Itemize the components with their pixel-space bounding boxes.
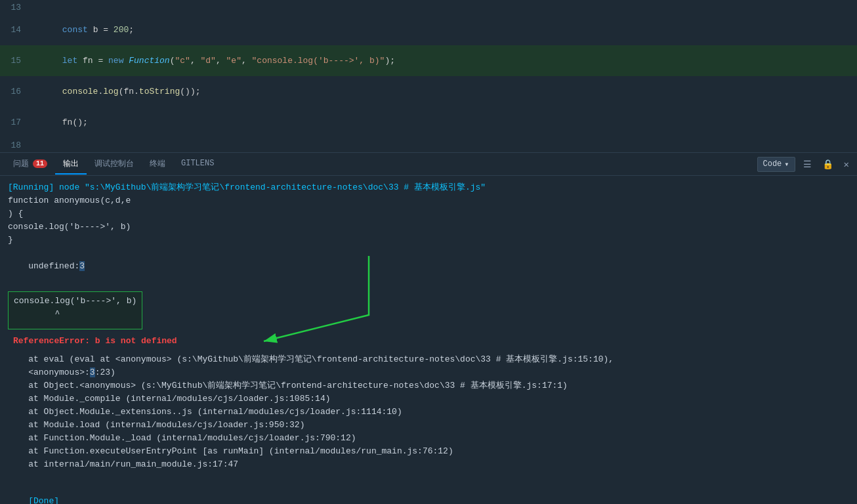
output-panel: [Running] node "s:\MyGithub\前端架构学习笔记\fro… <box>0 176 857 504</box>
keyword-let: let <box>62 56 83 66</box>
output-func-1: function anonymous(c,d,e <box>8 194 849 207</box>
dropdown-label: Code <box>763 159 782 169</box>
line-number-13: 13 <box>0 3 31 12</box>
code-content-14: const b = 200; <box>31 15 857 45</box>
running-line: [Running] node "s:\MyGithub\前端架构学习笔记\fro… <box>8 181 849 194</box>
line-number-3-highlight: 3 <box>79 261 85 271</box>
tab-debug-label: 调试控制台 <box>94 158 134 169</box>
code-line-18: 18 <box>0 138 857 152</box>
done-line: [Done] exited with code=1 in 0.097 secon… <box>8 482 849 504</box>
stack-line-8: at Function.executeUserEntryPoint [as ru… <box>8 445 849 458</box>
tab-debug-console[interactable]: 调试控制台 <box>87 154 142 175</box>
code-line-14: 14 const b = 200; <box>0 14 857 45</box>
code-line-17: 17 fn(); <box>0 107 857 138</box>
panel-tabs-bar: 问题 11 输出 调试控制台 终端 GITLENS Code ▾ ☰ 🔒 ✕ <box>0 153 857 176</box>
tab-output[interactable]: 输出 <box>55 154 87 175</box>
tab-gitlens-label: GITLENS <box>181 159 214 168</box>
reference-error-line: ReferenceError: b is not defined <box>8 332 177 350</box>
stack-line-9: at internal/main/run_main_module.js:17:4… <box>8 458 849 471</box>
output-func-2: ) { <box>8 207 849 220</box>
tab-gitlens[interactable]: GITLENS <box>173 155 222 173</box>
code-editor: 13 14 const b = 200; 15 let fn = new Fun… <box>0 0 857 153</box>
tab-problems[interactable]: 问题 11 <box>5 154 55 175</box>
panel-menu-icon[interactable]: ☰ <box>801 158 814 171</box>
tab-terminal[interactable]: 终端 <box>142 154 173 175</box>
stack-line-5: at Object.Module._extensions..js (intern… <box>8 406 849 419</box>
code-content-17: fn(); <box>31 108 857 137</box>
error-box-caret: ^ <box>14 308 136 321</box>
function-keyword: Function <box>129 56 169 66</box>
line-number-17: 17 <box>0 117 31 127</box>
undefined-line: undefined:3 <box>8 247 849 286</box>
stack-line-4: at Module._compile (internal/modules/cjs… <box>8 392 849 406</box>
output-func-3: console.log('b---->', b) <box>8 220 849 234</box>
tab-problems-label: 问题 <box>13 158 29 169</box>
tab-terminal-label: 终端 <box>150 158 165 169</box>
tab-right-controls: Code ▾ ☰ 🔒 ✕ <box>757 157 852 172</box>
code-line-16: 16 console.log(fn.toString()); <box>0 76 857 107</box>
line-number-18: 18 <box>0 140 31 150</box>
anon-3-highlight: 3 <box>90 368 95 377</box>
stack-line-2: <anonymous>:3:23) <box>8 366 849 379</box>
chevron-down-icon: ▾ <box>784 159 789 169</box>
code-content-15: let fn = new Function("c", "d", "e", "co… <box>31 46 857 75</box>
stack-line-3: at Object.<anonymous> (s:\MyGithub\前端架构学… <box>8 379 849 392</box>
done-bracket: [Done] <box>28 496 64 504</box>
output-func-4: } <box>8 234 849 247</box>
code-line-15: 15 let fn = new Function("c", "d", "e", … <box>0 45 857 76</box>
error-highlight-container: console.log('b---->', b) ^ ReferenceErro… <box>8 289 177 350</box>
code-content-16: console.log(fn.toString()); <box>31 77 857 106</box>
line-number-15: 15 <box>0 56 31 66</box>
var-b: b = <box>93 25 114 35</box>
panel-close-icon[interactable]: ✕ <box>841 158 852 171</box>
code-line-13: 13 <box>0 0 857 14</box>
tab-problems-badge: 11 <box>33 159 47 168</box>
line-number-16: 16 <box>0 87 31 96</box>
panel-lock-icon[interactable]: 🔒 <box>820 158 836 171</box>
number-200: 200 <box>114 25 129 35</box>
error-box: console.log('b---->', b) ^ <box>8 291 142 329</box>
stack-line-7: at Function.Module._load (internal/modul… <box>8 432 849 445</box>
keyword-const: const <box>62 25 93 35</box>
tab-output-label: 输出 <box>63 158 79 169</box>
stack-line-6: at Module.load (internal/modules/cjs/loa… <box>8 419 849 432</box>
stack-line-1: at eval (eval at <anonymous> (s:\MyGithu… <box>8 353 849 366</box>
output-source-dropdown[interactable]: Code ▾ <box>757 157 795 172</box>
error-box-line1: console.log('b---->', b) <box>14 295 136 308</box>
line-number-14: 14 <box>0 25 31 35</box>
